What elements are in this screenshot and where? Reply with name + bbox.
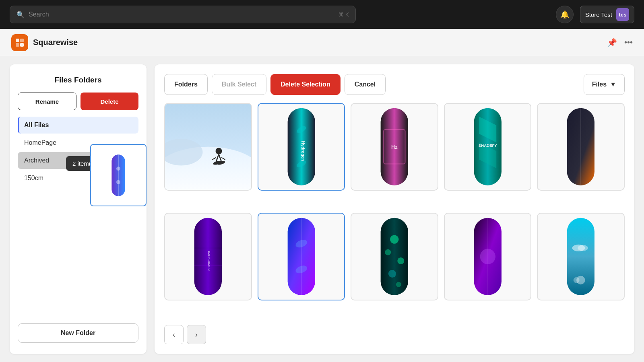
search-placeholder: Search	[29, 11, 334, 18]
folder-list: All Files HomePage Archived 2 item(s) se…	[18, 117, 138, 317]
content-panel: Folders Bulk Select Delete Selection Can…	[155, 64, 634, 354]
svg-text:SHADEFY: SHADEFY	[479, 143, 497, 148]
subheader: Squarewise 📌 •••	[0, 29, 644, 56]
subheader-actions: 📌 •••	[607, 38, 633, 47]
store-button[interactable]: Store Test tes	[580, 6, 634, 23]
pagination: ‹ ›	[164, 325, 625, 344]
sidebar-buttons: Rename Delete	[18, 93, 138, 110]
image-cell-3[interactable]: Hz	[351, 103, 438, 191]
svg-rect-3	[20, 43, 24, 47]
sidebar-title: Files Folders	[18, 76, 138, 84]
svg-point-7	[116, 180, 120, 184]
image-cell-2[interactable]: Hydrogen	[258, 103, 345, 191]
svg-text:DARKBOARD: DARKBOARD	[207, 251, 211, 271]
bulk-select-button[interactable]: Bulk Select	[212, 74, 266, 95]
topbar-right: 🔔 Store Test tes	[556, 6, 634, 23]
more-options-icon[interactable]: •••	[624, 38, 633, 47]
chevron-down-icon: ▼	[610, 81, 616, 88]
topbar: 🔍 Search ⌘ K 🔔 Store Test tes	[0, 0, 644, 29]
files-dropdown-button[interactable]: Files ▼	[584, 74, 625, 95]
pin-icon[interactable]: 📌	[607, 38, 617, 47]
image-grid: Hydrogen Hz	[164, 103, 625, 317]
sidebar-item-all-files[interactable]: All Files	[18, 117, 138, 134]
svg-point-42	[397, 257, 404, 264]
prev-page-button[interactable]: ‹	[164, 325, 184, 344]
image-cell-8[interactable]	[351, 213, 438, 300]
rename-button[interactable]: Rename	[18, 93, 76, 110]
cancel-button[interactable]: Cancel	[345, 74, 386, 95]
svg-point-44	[396, 282, 401, 287]
image-cell-9[interactable]	[444, 213, 532, 300]
svg-text:Hz: Hz	[391, 144, 398, 150]
svg-rect-1	[20, 39, 24, 42]
svg-point-43	[388, 270, 396, 278]
main-layout: Files Folders Rename Delete All Files Ho…	[0, 56, 644, 362]
svg-point-11	[215, 148, 222, 154]
image-cell-1[interactable]	[164, 103, 252, 191]
svg-text:Hydrogen: Hydrogen	[300, 141, 305, 161]
svg-rect-39	[381, 218, 408, 295]
image-cell-6[interactable]: DARKBOARD	[164, 213, 252, 300]
image-cell-7[interactable]	[258, 213, 345, 300]
delete-selection-button[interactable]: Delete Selection	[270, 74, 341, 95]
svg-point-6	[116, 167, 120, 171]
logo-icon	[11, 34, 28, 51]
search-box[interactable]: 🔍 Search ⌘ K	[10, 6, 356, 23]
app-name: Squarewise	[33, 38, 78, 47]
store-name: Store Test	[585, 11, 612, 18]
next-page-button[interactable]: ›	[187, 325, 206, 344]
image-cell-5[interactable]	[537, 103, 625, 191]
folders-button[interactable]: Folders	[164, 74, 208, 95]
notification-button[interactable]: 🔔	[556, 6, 574, 23]
svg-point-50	[578, 245, 588, 251]
sidebar: Files Folders Rename Delete All Files Ho…	[10, 64, 147, 354]
svg-point-52	[574, 277, 580, 283]
image-cell-10[interactable]	[537, 213, 625, 300]
sidebar-item-archived[interactable]: Archived 2 item(s) selected	[18, 152, 138, 169]
search-shortcut: ⌘ K	[338, 11, 349, 18]
svg-point-40	[390, 235, 398, 243]
svg-point-41	[385, 249, 391, 255]
toolbar: Folders Bulk Select Delete Selection Can…	[164, 74, 625, 95]
avatar: tes	[616, 8, 629, 21]
image-cell-4[interactable]: SHADEFY	[444, 103, 532, 191]
new-folder-button[interactable]: New Folder	[18, 323, 138, 343]
delete-button[interactable]: Delete	[80, 93, 138, 110]
logo-wrap: Squarewise	[11, 34, 78, 51]
svg-rect-2	[16, 43, 19, 47]
search-icon: 🔍	[17, 11, 25, 19]
selection-preview	[90, 144, 147, 206]
svg-rect-0	[16, 39, 19, 42]
